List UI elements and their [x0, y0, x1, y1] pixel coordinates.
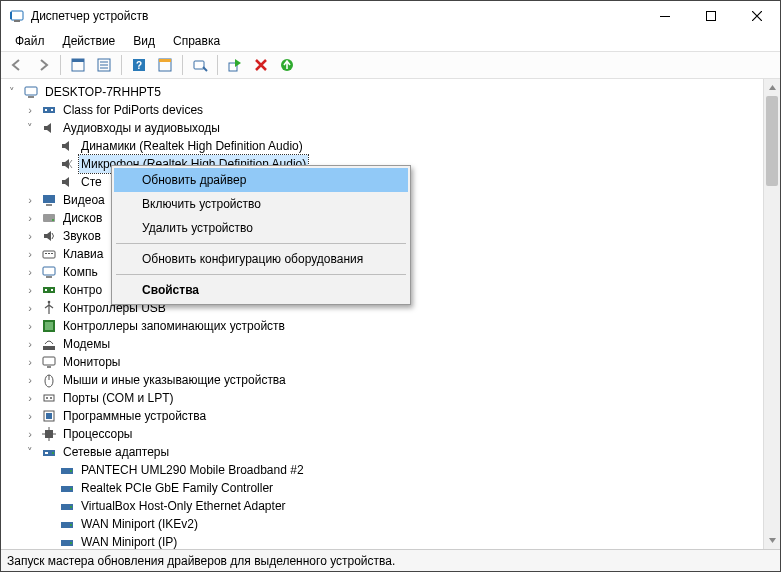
svg-rect-21: [45, 109, 47, 111]
svg-rect-49: [45, 430, 53, 438]
tree-item[interactable]: › Мыши и иные указывающие устройства: [1, 371, 763, 389]
toolbar-view2-button[interactable]: [92, 53, 116, 77]
network-adapter-icon: [59, 498, 75, 514]
expand-icon[interactable]: ›: [23, 391, 37, 405]
expand-icon[interactable]: ›: [23, 193, 37, 207]
tree-item[interactable]: PANTECH UML290 Mobile Broadband #2: [1, 461, 763, 479]
expand-icon[interactable]: ›: [23, 283, 37, 297]
svg-rect-0: [11, 11, 23, 20]
tree-item[interactable]: › Порты (COM и LPT): [1, 389, 763, 407]
svg-rect-27: [43, 251, 55, 258]
toolbar-view1-button[interactable]: [66, 53, 90, 77]
context-menu-update-driver[interactable]: Обновить драйвер: [114, 168, 408, 192]
svg-text:?: ?: [136, 60, 142, 71]
scroll-up-button[interactable]: [764, 79, 780, 96]
scroll-thumb[interactable]: [766, 96, 778, 186]
context-menu-scan-hw[interactable]: Обновить конфигурацию оборудования: [114, 247, 408, 271]
expand-icon[interactable]: ›: [23, 301, 37, 315]
svg-rect-35: [51, 289, 53, 291]
scroll-down-button[interactable]: [764, 532, 780, 549]
tree-item[interactable]: ˅ Сетевые адаптеры: [1, 443, 763, 461]
app-icon: [9, 8, 25, 24]
window-title: Диспетчер устройств: [31, 9, 642, 23]
svg-rect-18: [25, 87, 37, 95]
toolbar-separator: [182, 55, 183, 75]
context-menu-uninstall[interactable]: Удалить устройство: [114, 216, 408, 240]
tree-item[interactable]: ˅ Аудиовходы и аудиовыходы: [1, 119, 763, 137]
svg-point-46: [50, 397, 52, 399]
expand-icon[interactable]: ›: [23, 337, 37, 351]
context-menu-separator: [116, 274, 406, 275]
svg-point-60: [70, 524, 72, 526]
svg-rect-41: [47, 366, 51, 368]
close-button[interactable]: [734, 1, 780, 31]
expand-icon[interactable]: ›: [23, 247, 37, 261]
svg-rect-20: [43, 107, 55, 113]
expand-icon[interactable]: ›: [23, 373, 37, 387]
software-icon: [41, 408, 57, 424]
context-menu-enable[interactable]: Включить устройство: [114, 192, 408, 216]
svg-rect-31: [43, 267, 55, 275]
tree-item[interactable]: › Мониторы: [1, 353, 763, 371]
tree-label: WAN Miniport (IP): [79, 533, 179, 549]
expand-icon[interactable]: ›: [23, 355, 37, 369]
tree-item[interactable]: Realtek PCIe GbE Family Controller: [1, 479, 763, 497]
toolbar-properties-button[interactable]: [153, 53, 177, 77]
network-adapter-icon: [59, 462, 75, 478]
tree-item[interactable]: › Программные устройства: [1, 407, 763, 425]
menu-file[interactable]: Файл: [7, 32, 53, 50]
tree-root[interactable]: ˅ DESKTOP-7RHHPT5: [1, 83, 763, 101]
expand-icon[interactable]: ›: [23, 319, 37, 333]
modem-icon: [41, 336, 57, 352]
tree-item[interactable]: WAN Miniport (IP): [1, 533, 763, 549]
scroll-track[interactable]: [764, 96, 780, 532]
tree-label: WAN Miniport (IKEv2): [79, 515, 200, 533]
keyboard-icon: [41, 246, 57, 262]
toolbar-enable-button[interactable]: [223, 53, 247, 77]
vertical-scrollbar[interactable]: [763, 79, 780, 549]
menu-help[interactable]: Справка: [165, 32, 228, 50]
toolbar-help-button[interactable]: ?: [127, 53, 151, 77]
disk-icon: [41, 210, 57, 226]
toolbar-separator: [121, 55, 122, 75]
device-tree[interactable]: ˅ DESKTOP-7RHHPT5 › Class for PdiPorts d…: [1, 79, 763, 549]
expand-icon[interactable]: ›: [23, 211, 37, 225]
maximize-button[interactable]: [688, 1, 734, 31]
tree-item[interactable]: WAN Miniport (IKEv2): [1, 515, 763, 533]
minimize-button[interactable]: [642, 1, 688, 31]
tree-item[interactable]: VirtualBox Host-Only Ethernet Adapter: [1, 497, 763, 515]
context-menu-properties[interactable]: Свойства: [114, 278, 408, 302]
menu-view[interactable]: Вид: [125, 32, 163, 50]
tree-label: DESKTOP-7RHHPT5: [43, 83, 163, 101]
expand-icon[interactable]: ›: [23, 265, 37, 279]
tree-item[interactable]: › Процессоры: [1, 425, 763, 443]
svg-rect-29: [48, 253, 50, 254]
svg-rect-3: [660, 16, 670, 17]
tree-label: Компь: [61, 263, 100, 281]
svg-rect-39: [43, 346, 55, 350]
svg-rect-1: [10, 12, 12, 19]
tree-item[interactable]: › Контроллеры запоминающих устройств: [1, 317, 763, 335]
cpu-icon: [41, 426, 57, 442]
menubar: Файл Действие Вид Справка: [1, 31, 780, 51]
tree-item[interactable]: › Модемы: [1, 335, 763, 353]
expand-icon[interactable]: ›: [23, 103, 37, 117]
svg-point-52: [52, 452, 54, 454]
toolbar-back-button[interactable]: [5, 53, 29, 77]
menu-action[interactable]: Действие: [55, 32, 124, 50]
toolbar-scan-button[interactable]: [188, 53, 212, 77]
toolbar-disable-button[interactable]: [249, 53, 273, 77]
device-manager-window: Диспетчер устройств Файл Действие Вид Сп…: [0, 0, 781, 572]
expand-icon[interactable]: ˅: [5, 85, 19, 99]
network-adapter-icon: [59, 480, 75, 496]
expand-icon[interactable]: ˅: [23, 121, 37, 135]
toolbar-update-button[interactable]: [275, 53, 299, 77]
tree-item[interactable]: Динамики (Realtek High Definition Audio): [1, 137, 763, 155]
expand-icon[interactable]: ›: [23, 427, 37, 441]
tree-item[interactable]: › Class for PdiPorts devices: [1, 101, 763, 119]
expand-icon[interactable]: ›: [23, 229, 37, 243]
toolbar-forward-button[interactable]: [31, 53, 55, 77]
expand-icon[interactable]: ˅: [23, 445, 37, 459]
expand-icon[interactable]: ›: [23, 409, 37, 423]
tree-label: Динамики (Realtek High Definition Audio): [79, 137, 305, 155]
